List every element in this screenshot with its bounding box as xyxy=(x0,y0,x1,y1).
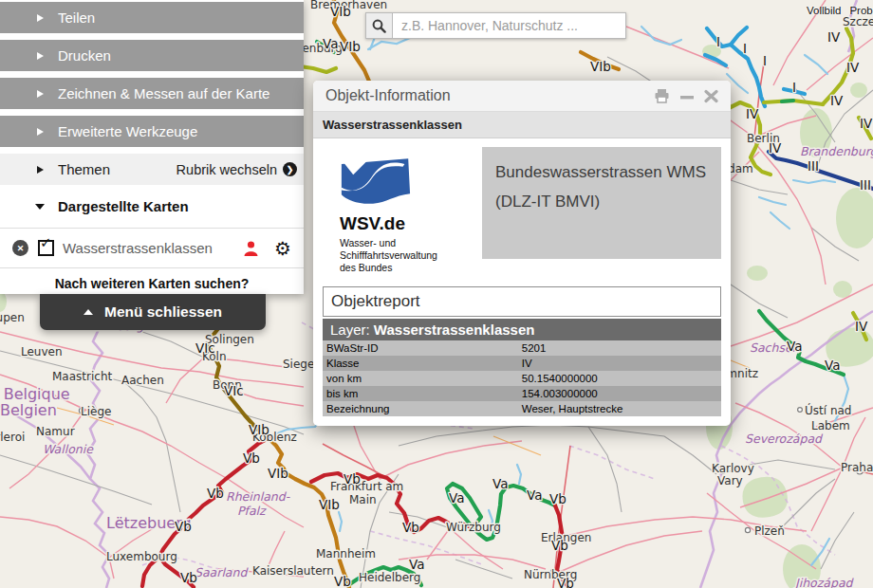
map-waterway-class-label: Va xyxy=(449,490,464,505)
report-problem-link[interactable]: Probleme melden xyxy=(849,5,873,16)
dialog-controls xyxy=(654,88,718,103)
map-waterway-class-label: Va xyxy=(527,487,542,503)
menu-item-label: Erweiterte Werkzeuge xyxy=(58,123,197,139)
sidebar-menu: TeilenDruckenZeichnen & Messen auf der K… xyxy=(0,0,304,294)
map-waterway-class-label: Va xyxy=(787,339,802,354)
map-waterway-class-label: Vb xyxy=(549,491,567,506)
map-city-label: Vary xyxy=(717,474,743,487)
menu-item-themen[interactable]: Themen Rubrik wechseln ❯ xyxy=(0,154,304,185)
map-waterway-class-label: VIb xyxy=(319,497,340,512)
map-top-links: VollbildProbleme melden xyxy=(807,5,873,16)
fullscreen-link[interactable]: Vollbild xyxy=(807,5,841,16)
wsv-logo-title: WSV.de xyxy=(340,213,482,234)
service-name: Bundeswasserstrassen WMS (DLZ-IT BMVI) xyxy=(482,147,721,259)
map-city-label: Frankfurt am xyxy=(330,480,403,493)
report-row-value: Weser, Hauptstrecke xyxy=(518,401,721,416)
report-layer-bar: Layer: Wasserstrassenklassen xyxy=(323,319,721,340)
report-layer-name: Wasserstrassenklassen xyxy=(374,322,535,338)
map-city-label: Kaiserslautern xyxy=(252,564,334,578)
search-input[interactable] xyxy=(392,12,626,39)
map-city-label: Charleroi xyxy=(0,431,25,444)
map-city-label: Würzburg xyxy=(446,521,501,534)
menu-item[interactable]: Teilen xyxy=(0,2,304,33)
chevron-right-icon xyxy=(37,90,44,98)
check-icon: ✓ xyxy=(40,234,52,251)
map-waterway-class-label: Vb xyxy=(243,450,260,466)
layer-name: Wasserstrassenklassen xyxy=(63,240,213,256)
map-waterway-class-label: Vb xyxy=(207,486,224,501)
dialog-body: WSV.de Wasser- und Schifffahrtsverwaltun… xyxy=(313,138,731,426)
report-row-label: Klasse xyxy=(323,356,518,371)
report-row-value: 50.1540000000 xyxy=(518,371,721,386)
map-region-label: Jihozápad xyxy=(793,576,855,588)
map-country-label: Belgien xyxy=(0,401,57,419)
map-city-label: Liège xyxy=(81,405,111,418)
map-region-label: Severozápad xyxy=(745,432,824,446)
report-row-value: IV xyxy=(518,356,721,371)
close-icon[interactable] xyxy=(704,88,718,103)
print-icon[interactable] xyxy=(654,88,670,103)
map-waterway-class-label: III xyxy=(860,177,871,193)
layer-checkbox[interactable]: ✓ xyxy=(38,240,54,256)
map-waterway-class-label: I xyxy=(716,34,720,49)
menu-item[interactable]: Zeichnen & Messen auf der Karte xyxy=(0,78,304,109)
map-city-label: Maastricht xyxy=(52,370,112,383)
wsv-logo-mark xyxy=(340,157,412,205)
menu-list: TeilenDruckenZeichnen & Messen auf der K… xyxy=(0,0,304,147)
map-waterway-class-label: Vb xyxy=(334,574,351,588)
map-city-label: Leuven xyxy=(21,345,63,358)
map-city-label: Eupen xyxy=(0,311,25,324)
search-more-maps-link[interactable]: Nach weiteren Karten suchen? xyxy=(0,268,304,291)
close-menu-label: Menü schliessen xyxy=(104,303,222,321)
map-waterway-class-label: Vb xyxy=(402,520,419,535)
map-waterway-class-label: I xyxy=(763,53,767,68)
wsv-logo-subtitle: Wasser- und Schifffahrtsverwaltung des B… xyxy=(340,237,482,274)
menu-item[interactable]: Drucken xyxy=(0,40,304,71)
layer-row: ✕ ✓ Wasserstrassenklassen ⚙ xyxy=(0,229,304,268)
object-report-heading: Objektreport xyxy=(323,286,721,317)
map-waterway-class-label: III xyxy=(808,158,819,174)
map-city-label: Mannheim xyxy=(316,547,376,560)
map-region-label: Pfalz xyxy=(237,504,267,518)
report-row: von km50.1540000000 xyxy=(323,371,721,386)
minimize-icon[interactable] xyxy=(680,88,694,103)
map-region-label: Saarland xyxy=(195,565,249,579)
report-row: bis km154.003000000 xyxy=(323,386,721,401)
map-waterway-class-label: VIb xyxy=(340,39,361,54)
dialog-title: Objekt-Information xyxy=(325,87,451,104)
chevron-down-icon xyxy=(35,204,45,210)
remove-layer-button[interactable]: ✕ xyxy=(12,240,28,256)
map-waterway-class-label: Vb xyxy=(180,570,197,585)
map-waterway-class-label: IV xyxy=(769,140,782,156)
map-waterway-class-label: Vb xyxy=(557,576,574,588)
wsv-logo: WSV.de Wasser- und Schifffahrtsverwaltun… xyxy=(323,147,482,274)
user-icon[interactable] xyxy=(243,240,259,257)
map-waterway-class-label: I xyxy=(792,80,796,95)
map-region-label: Brandenburg xyxy=(800,144,873,158)
search-icon[interactable] xyxy=(365,12,392,39)
map-waterway-class-label: I xyxy=(743,41,747,56)
map-waterway-class-label: VIb xyxy=(249,422,269,437)
report-row-label: bis km xyxy=(323,386,518,401)
map-waterway-class-label: Vb xyxy=(344,471,361,487)
close-menu-button[interactable]: Menü schliessen xyxy=(40,294,266,330)
map-waterway-class-label: Va xyxy=(492,476,508,491)
dialog-titlebar[interactable]: Objekt-Information xyxy=(313,81,731,112)
map-city-label: Luxembourg xyxy=(106,550,177,563)
gear-icon[interactable]: ⚙ xyxy=(274,239,291,258)
chevron-right-icon xyxy=(37,52,44,60)
map-region-label: Wallonie xyxy=(43,442,94,456)
displayed-maps-header[interactable]: Dargestellte Karten xyxy=(0,185,304,229)
map-city-label: Main xyxy=(349,493,377,506)
map-city-label: Karlovy xyxy=(712,462,754,475)
menu-item[interactable]: Erweiterte Werkzeuge xyxy=(0,116,304,147)
menu-item-label: Teilen xyxy=(58,9,95,26)
chevron-right-icon xyxy=(37,14,44,22)
map-waterway-class-label: VIb xyxy=(268,466,288,481)
map-waterway-class-label: IV xyxy=(830,93,844,108)
change-category-link[interactable]: Rubrik wechseln ❯ xyxy=(176,162,297,177)
map-city-label: Aachen xyxy=(121,374,164,387)
map-waterway-class-label: Va xyxy=(825,358,840,373)
map-city-label: Ústí nad xyxy=(805,403,851,417)
map-waterway-class-label: IV xyxy=(746,106,759,121)
